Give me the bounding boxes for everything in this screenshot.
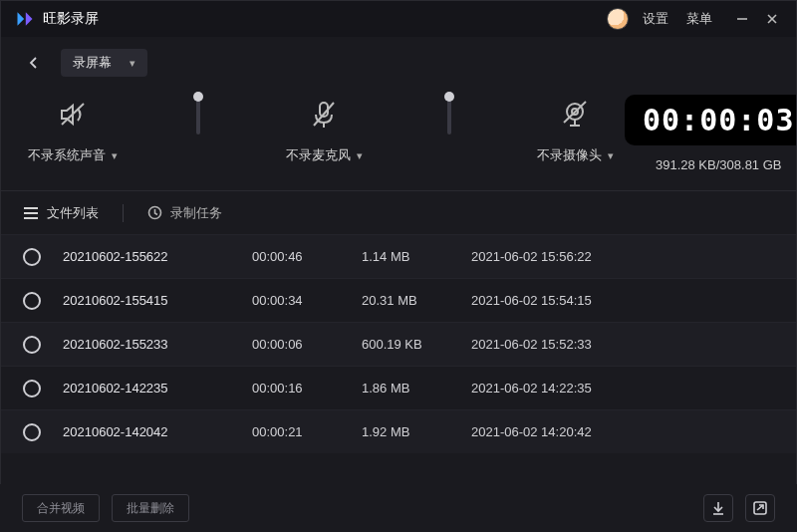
row-size: 20.31 MB [362, 293, 471, 308]
table-row[interactable]: 20210602-155622 00:00:46 1.14 MB 2021-06… [1, 234, 796, 278]
tab-files[interactable]: 文件列表 [23, 204, 99, 222]
mode-row: 录屏幕 ▾ [1, 37, 796, 89]
mode-label: 录屏幕 [73, 54, 112, 72]
mic-toggle[interactable]: 不录麦克风 ▾ [274, 95, 374, 164]
row-duration: 00:00:34 [252, 293, 362, 308]
row-size: 600.19 KB [362, 337, 471, 352]
mic-label: 不录麦克风 [286, 146, 351, 164]
row-date: 2021-06-02 14:20:42 [471, 424, 774, 439]
camera-muted-icon [558, 95, 592, 134]
row-size: 1.14 MB [362, 249, 471, 264]
logo-icon [15, 9, 35, 29]
row-name: 20210602-155622 [63, 249, 252, 264]
table-row[interactable]: 20210602-155233 00:00:06 600.19 KB 2021-… [1, 322, 796, 366]
merge-label: 合并视频 [37, 500, 85, 517]
batch-delete-button[interactable]: 批量删除 [112, 494, 189, 522]
row-date: 2021-06-02 15:56:22 [471, 249, 774, 264]
row-select[interactable] [23, 423, 41, 441]
row-duration: 00:00:21 [252, 424, 362, 439]
chevron-down-icon: ▾ [608, 149, 614, 162]
avatar[interactable] [607, 8, 629, 30]
row-size: 1.92 MB [362, 424, 471, 439]
menu-link[interactable]: 菜单 [686, 10, 712, 28]
table-row[interactable]: 20210602-142235 00:00:16 1.86 MB 2021-06… [1, 366, 796, 409]
footer: 合并视频 批量删除 [0, 484, 797, 532]
row-duration: 00:00:16 [252, 381, 362, 396]
timer-display: 00:00:03 [625, 95, 797, 145]
row-duration: 00:00:46 [252, 249, 362, 264]
clock-icon [147, 205, 162, 220]
row-select[interactable] [23, 336, 41, 354]
row-name: 20210602-155233 [63, 337, 252, 352]
close-button[interactable] [760, 7, 784, 31]
chevron-down-icon: ▾ [112, 149, 118, 162]
app-title: 旺影录屏 [43, 10, 99, 28]
table-row[interactable]: 20210602-142042 00:00:21 1.92 MB 2021-06… [1, 409, 796, 453]
share-button[interactable] [745, 494, 775, 522]
controls-row: 不录系统声音 ▾ _ 不录麦克风 ▾ _ [1, 89, 796, 190]
speaker-muted-icon [56, 95, 90, 134]
merge-button[interactable]: 合并视频 [22, 494, 100, 522]
table-row[interactable]: 20210602-155415 00:00:34 20.31 MB 2021-0… [1, 278, 796, 322]
row-size: 1.86 MB [362, 381, 471, 396]
download-button[interactable] [703, 494, 733, 522]
mic-muted-icon [309, 95, 339, 134]
row-date: 2021-06-02 15:54:15 [471, 293, 774, 308]
list-icon [23, 206, 39, 220]
volume-slider[interactable] [196, 95, 200, 134]
timer-block: 00:00:03 391.28 KB/308.81 GB [625, 95, 797, 172]
system-audio-label: 不录系统声音 [28, 146, 106, 164]
row-date: 2021-06-02 15:52:33 [471, 337, 774, 352]
settings-link[interactable]: 设置 [643, 10, 668, 28]
volume-slider-toggle[interactable]: _ [148, 95, 248, 164]
mode-select[interactable]: 录屏幕 ▾ [61, 49, 147, 77]
camera-label: 不录摄像头 [537, 146, 602, 164]
mic-volume-slider[interactable] [447, 95, 451, 134]
system-audio-toggle[interactable]: 不录系统声音 ▾ [23, 95, 123, 164]
toggle-group: 不录系统声音 ▾ _ 不录麦克风 ▾ _ [23, 95, 625, 164]
mic-volume-slider-toggle[interactable]: _ [399, 95, 499, 164]
row-name: 20210602-142235 [63, 381, 252, 396]
row-name: 20210602-155415 [63, 293, 252, 308]
tab-files-label: 文件列表 [47, 204, 99, 222]
chevron-down-icon: ▾ [130, 57, 135, 70]
titlebar: 旺影录屏 设置 菜单 [1, 1, 796, 37]
tab-tasks-label: 录制任务 [170, 204, 222, 222]
file-table: 20210602-155622 00:00:46 1.14 MB 2021-06… [1, 234, 796, 453]
back-button[interactable] [23, 52, 45, 74]
download-icon [710, 500, 726, 516]
row-select[interactable] [23, 292, 41, 310]
camera-toggle[interactable]: 不录摄像头 ▾ [525, 95, 625, 164]
size-display: 391.28 KB/308.81 GB [656, 157, 781, 172]
row-date: 2021-06-02 14:22:35 [471, 381, 774, 396]
tab-tasks[interactable]: 录制任务 [147, 204, 222, 222]
share-icon [752, 500, 768, 516]
row-duration: 00:00:06 [252, 337, 362, 352]
chevron-down-icon: ▾ [357, 149, 363, 162]
row-select[interactable] [23, 248, 41, 266]
row-name: 20210602-142042 [63, 424, 252, 439]
app-logo: 旺影录屏 [15, 9, 99, 29]
divider [123, 204, 124, 222]
tabs-row: 文件列表 录制任务 [1, 190, 796, 234]
batch-delete-label: 批量删除 [127, 500, 174, 517]
row-select[interactable] [23, 380, 41, 398]
minimize-button[interactable] [730, 7, 754, 31]
